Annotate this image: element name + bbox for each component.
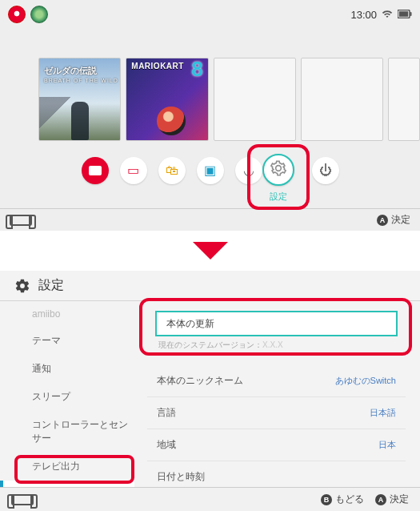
sidebar-item-sleep[interactable]: スリープ: [0, 383, 134, 411]
a-button-icon: A: [375, 494, 386, 505]
user-avatar-2[interactable]: [30, 6, 48, 23]
album-icon: ▣: [204, 164, 216, 177]
sidebar-item-controllers[interactable]: コントローラーとセンサー: [0, 411, 134, 453]
row-label: 地域: [157, 438, 176, 452]
svg-rect-1: [399, 11, 408, 17]
step-arrow-separator: [0, 231, 420, 271]
status-area: 13:00: [350, 9, 412, 21]
dock-album-button[interactable]: ▣: [197, 157, 224, 184]
game-subtitle: BREATH OF THE WILD: [44, 78, 118, 83]
game-tile-empty[interactable]: [388, 58, 420, 141]
arrow-down-icon: [193, 242, 228, 260]
game-title: ゼルダの伝説: [44, 65, 115, 77]
home-bottom-bar: A 決定: [0, 208, 420, 231]
hint-a-confirm: A 決定: [377, 213, 410, 227]
game-tile-empty[interactable]: [301, 58, 383, 141]
user-avatar-1[interactable]: [8, 6, 26, 23]
gear-icon: [270, 160, 286, 179]
row-value: 日本: [378, 439, 396, 451]
dock-settings-label: 設定: [270, 191, 287, 203]
settings-header: 設定: [0, 271, 420, 301]
system-version-line: 現在のシステムバージョン：X.X.X: [158, 340, 398, 351]
settings-content: 本体の更新 現在のシステムバージョン：X.X.X 本体のニックネーム あゆむのS…: [134, 301, 420, 487]
sidebar-item-theme[interactable]: テーマ: [0, 327, 134, 355]
home-screen: 13:00 ゼルダの伝説 BREATH OF THE WILD MARIOKAR…: [0, 0, 420, 231]
dock-news-button[interactable]: ▭: [120, 157, 147, 184]
row-language[interactable]: 言語 日本語: [147, 396, 406, 429]
sidebar-item-tv-output[interactable]: テレビ出力: [0, 453, 134, 481]
highlight-settings: 設定: [247, 144, 310, 210]
row-label: 日付と時刻: [157, 470, 205, 484]
news-icon: ▭: [127, 164, 139, 177]
sidebar-item-amiibo[interactable]: amiibo: [0, 301, 134, 327]
row-value: 日本語: [370, 407, 396, 419]
settings-screen: 設定 amiibo テーマ 通知 スリープ コントローラーとセンサー テレビ出力…: [0, 271, 420, 511]
svg-rect-3: [91, 166, 99, 175]
row-nickname[interactable]: 本体のニックネーム あゆむのSwitch: [147, 365, 406, 396]
home-topbar: 13:00: [0, 5, 420, 24]
row-label: 言語: [157, 406, 176, 420]
settings-title: 設定: [38, 277, 64, 294]
game-badge: 8: [191, 58, 202, 82]
clock: 13:00: [350, 9, 377, 21]
b-button-icon: B: [321, 494, 332, 505]
row-region[interactable]: 地域 日本: [147, 429, 406, 461]
gear-icon: [14, 278, 30, 294]
game-tile-zelda[interactable]: ゼルダの伝説 BREATH OF THE WILD: [38, 58, 121, 141]
power-icon: ⏻: [319, 164, 332, 177]
controller-status-icon[interactable]: [11, 494, 34, 505]
svg-rect-2: [410, 12, 412, 16]
settings-bottom-bar: B もどる A 決定: [0, 487, 420, 511]
game-carousel[interactable]: ゼルダの伝説 BREATH OF THE WILD MARIOKART 8: [38, 58, 420, 141]
a-button-icon: A: [377, 215, 388, 226]
wifi-icon: [382, 9, 393, 21]
sidebar-item-notifications[interactable]: 通知: [0, 355, 134, 383]
dock-settings-button[interactable]: [262, 154, 294, 186]
hint-b-back: B もどる: [321, 493, 364, 506]
dock-power-button[interactable]: ⏻: [312, 157, 339, 184]
row-value: あゆむのSwitch: [335, 375, 396, 387]
game-tile-empty[interactable]: [214, 58, 296, 141]
home-dock: ▭ 🛍 ▣ ◡ ⏻: [0, 157, 420, 184]
row-label: 本体のニックネーム: [157, 374, 243, 388]
dock-eshop-button[interactable]: 🛍: [158, 157, 186, 184]
controller-status-icon[interactable]: [10, 215, 32, 226]
shop-bag-icon: 🛍: [166, 164, 178, 177]
game-tile-mariokart8[interactable]: MARIOKART 8: [126, 58, 208, 141]
battery-icon: [398, 9, 412, 21]
dock-online-button[interactable]: [82, 157, 109, 184]
settings-sidebar: amiibo テーマ 通知 スリープ コントローラーとセンサー テレビ出力 本体: [0, 301, 134, 487]
row-system-update[interactable]: 本体の更新: [155, 311, 398, 336]
hint-a-confirm: A 決定: [375, 493, 409, 506]
